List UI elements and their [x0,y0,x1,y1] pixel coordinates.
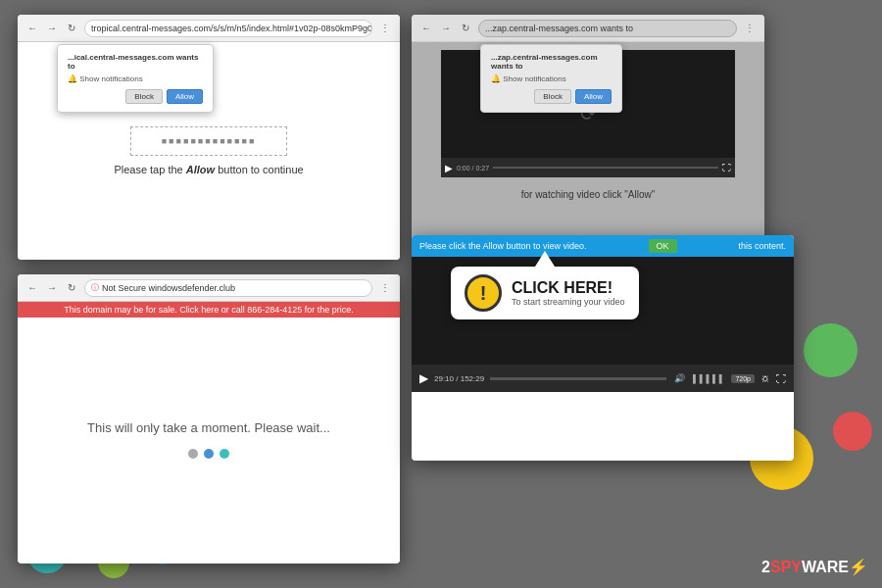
arrow-up-4 [535,251,555,267]
url-bar-3[interactable]: ⓘ Not Secure windowsdefender.club [84,279,372,297]
click-here-sub-4: To start streaming your video [512,297,625,307]
captcha-text-1: ■■■■■■■■■■■■■ [162,136,257,146]
block-button-1[interactable]: Block [125,89,163,104]
header-right-4: this content. [738,241,786,251]
notif-buttons-1: Block Allow [68,89,203,104]
lightning-icon: ⚡ [849,559,868,575]
notification-popup-2: ...zap.central-messages.com wants to 🔔 S… [480,44,622,113]
body-3: This will only take a moment. Please wai… [18,318,400,562]
fullscreen-icon-2[interactable]: ⛶ [722,163,731,172]
play-button-4[interactable]: ▶ [419,371,428,385]
back-button-3[interactable]: ← [25,281,39,295]
forward-button-3[interactable]: → [45,281,59,295]
not-secure-icon-3: ⓘ [91,282,99,293]
allow-button-2[interactable]: Allow [575,89,612,104]
toolbar-2: ← → ↻ ...zap.central-messages.com wants … [412,15,764,42]
bg-circle-red [833,412,872,451]
toolbar-3: ← → ↻ ⓘ Not Secure windowsdefender.club … [18,274,400,302]
menu-button-2[interactable]: ⋮ [743,22,757,35]
back-button-2[interactable]: ← [419,22,433,35]
allow-button-1[interactable]: Allow [167,89,203,104]
block-button-2[interactable]: Block [534,89,571,104]
forward-button-1[interactable]: → [45,22,59,35]
blue-header-4: Please click the Allow button to view vi… [412,235,794,257]
spyware-logo: 2SPYWARE⚡ [761,558,868,576]
notif-show-1: 🔔 Show notifications [68,74,203,83]
toolbar-1: ← → ↻ tropical.central-messages.com/s/s/… [18,15,400,42]
fullscreen-icon-4[interactable]: ⛶ [776,373,786,384]
url-bar-2[interactable]: ...zap.central-messages.com wants to [478,20,737,37]
back-button-1[interactable]: ← [25,22,39,35]
play-icon-2[interactable]: ▶ [445,163,453,173]
reload-button-3[interactable]: ↻ [65,281,78,295]
video-dark-4: ! CLICK HERE! To start streaming your vi… [412,257,794,365]
browser-window-1: ← → ↻ tropical.central-messages.com/s/s/… [18,15,400,260]
menu-button-1[interactable]: ⋮ [378,22,392,35]
loading-text-3: This will only take a moment. Please wai… [87,420,330,435]
dot-3 [220,449,229,459]
progress-2 [493,167,718,169]
time-text-4: 29:10 / 152:29 [434,374,484,383]
notif-show-2: 🔔 Show notifications [491,74,612,83]
click-here-big-4: CLICK HERE! [512,279,625,297]
video-controls-2: ▶ 0:00 / 0:27 ⛶ [441,158,735,177]
click-here-text-block-4: CLICK HERE! To start streaming your vide… [512,279,625,307]
header-text-4: Please click the Allow button to view vi… [419,241,587,251]
allow-instruction-1: Please tap the Allow button to continue [114,164,303,175]
dot-2 [204,449,214,459]
browser-window-3: ← → ↻ ⓘ Not Secure windowsdefender.club … [18,274,400,564]
video-caption-2: for watching video click "Allow" [412,185,764,204]
bg-circle-green [804,323,858,377]
url-bar-1[interactable]: tropical.central-messages.com/s/s/m/n5/i… [84,20,372,37]
url-text-3: Not Secure windowsdefender.club [102,283,235,293]
browser-window-4: Please click the Allow button to view vi… [412,235,794,461]
url-text-1: tropical.central-messages.com/s/s/m/n5/i… [91,24,372,33]
volume-icon-4[interactable]: 🔊 [674,373,685,383]
ok-button-4[interactable]: OK [649,239,677,253]
spy-text: SPY [770,559,802,575]
notif-domain-1: ...ical.central-messages.com wants to [68,53,203,71]
video-footer-4: ▶ 29:10 / 152:29 🔊 ▌▌▌▌▌ 720p ⛭ ⛶ [412,365,794,392]
notif-buttons-2: Block Allow [491,89,612,104]
reload-button-2[interactable]: ↻ [459,22,472,35]
quality-badge-4[interactable]: 720p [731,374,755,383]
url-text-2: ...zap.central-messages.com wants to [485,24,633,33]
captcha-1: ■■■■■■■■■■■■■ [130,126,287,156]
time-2: 0:00 / 0:27 [457,165,489,172]
notification-popup-1: ...ical.central-messages.com wants to 🔔 … [57,44,214,113]
click-here-overlay-4[interactable]: ! CLICK HERE! To start streaming your vi… [451,267,639,319]
notif-domain-2: ...zap.central-messages.com wants to [491,53,612,71]
menu-button-3[interactable]: ⋮ [378,281,392,295]
reload-button-1[interactable]: ↻ [65,22,78,35]
browser-window-2: ← → ↻ ...zap.central-messages.com wants … [412,15,764,240]
ware-text: WARE [802,559,849,575]
settings-icon-4[interactable]: ⛭ [760,373,770,384]
dot-1 [188,449,198,459]
domain-banner-3[interactable]: This domain may be for sale. Click here … [18,302,400,318]
warning-icon-4: ! [465,274,502,312]
forward-button-2[interactable]: → [439,22,453,35]
progress-bar-4 [490,377,666,380]
bars-icon-4: ▌▌▌▌▌ [693,374,725,383]
loading-dots-3 [188,449,229,459]
